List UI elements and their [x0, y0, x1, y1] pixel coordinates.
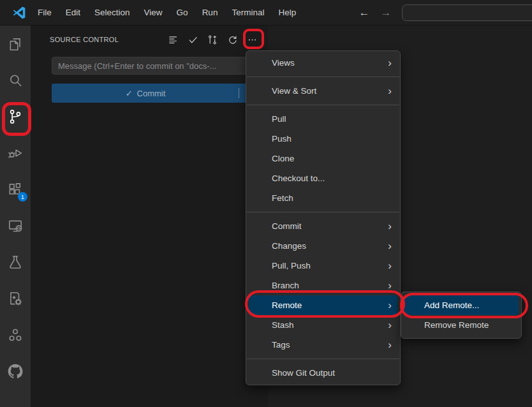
- search-input[interactable]: [402, 4, 532, 21]
- sidebar-header: SOURCE CONTROL: [31, 26, 268, 54]
- menu-separator: [247, 105, 399, 105]
- remote-submenu: Add Remote... Remove Remote: [401, 292, 522, 339]
- beaker-icon: [7, 254, 24, 270]
- refresh-icon: [227, 34, 238, 45]
- menu-item-push[interactable]: Push: [246, 129, 400, 149]
- chevron-right-icon: ›: [388, 300, 392, 311]
- cpp-tools-icon: [7, 290, 24, 307]
- menu-run[interactable]: Run: [195, 3, 225, 22]
- create-pull-request-button[interactable]: [206, 33, 219, 46]
- organization-icon: [7, 327, 24, 343]
- chevron-right-icon: ›: [388, 320, 392, 330]
- menu-file[interactable]: File: [31, 3, 59, 22]
- menu-item-stash[interactable]: Stash ›: [246, 315, 400, 335]
- menu-item-label: Stash: [272, 320, 294, 330]
- activity-run-and-debug[interactable]: [0, 135, 31, 171]
- menu-item-label: Views: [272, 58, 295, 68]
- activity-testing[interactable]: [0, 244, 31, 280]
- files-icon: [7, 36, 24, 52]
- menu-separator: [247, 77, 399, 77]
- menu-item-label: Fetch: [272, 193, 293, 203]
- search-icon: [7, 72, 24, 89]
- menu-separator: [247, 359, 399, 359]
- menu-item-commit[interactable]: Commit ›: [246, 216, 400, 236]
- menu-go[interactable]: Go: [170, 3, 195, 22]
- activity-github[interactable]: [0, 353, 31, 389]
- chevron-right-icon: ›: [388, 339, 392, 350]
- menu-item-views[interactable]: Views ›: [246, 53, 400, 73]
- menu-item-label: Pull: [272, 114, 286, 124]
- menu-item-show-git-output[interactable]: Show Git Output: [246, 363, 400, 383]
- check-icon: [188, 34, 198, 45]
- chevron-right-icon: ›: [388, 260, 392, 271]
- activity-bar: 1: [0, 26, 31, 407]
- git-pull-request-create-icon: [207, 34, 218, 45]
- menu-item-branch[interactable]: Branch ›: [246, 276, 400, 295]
- navigate-forward-icon[interactable]: →: [378, 0, 394, 26]
- menu-item-add-remote[interactable]: Add Remote...: [404, 295, 519, 315]
- menu-item-label: Branch: [272, 281, 299, 290]
- extensions-badge: 1: [18, 192, 27, 202]
- source-control-icon: [7, 108, 24, 125]
- commit-button-label: Commit: [137, 89, 166, 98]
- chevron-right-icon: ›: [388, 85, 392, 96]
- check-icon: ✓: [126, 89, 133, 98]
- menu-item-remove-remote[interactable]: Remove Remote: [401, 315, 521, 335]
- menu-item-label: Remove Remote: [424, 320, 489, 330]
- menu-item-label: Pull, Push: [272, 261, 311, 270]
- menu-item-pull[interactable]: Pull: [246, 109, 400, 129]
- menu-item-label: Show Git Output: [272, 368, 335, 378]
- menu-edit[interactable]: Edit: [59, 3, 87, 22]
- commit-message-input[interactable]: [52, 57, 263, 75]
- menu-help[interactable]: Help: [271, 3, 303, 22]
- navigate-back-icon[interactable]: ←: [356, 0, 373, 26]
- chevron-right-icon: ›: [388, 241, 392, 251]
- menu-item-label: Remote: [272, 300, 302, 310]
- menu-terminal[interactable]: Terminal: [225, 3, 271, 22]
- more-actions-icon: [247, 34, 258, 45]
- activity-organization[interactable]: [0, 316, 31, 353]
- activity-search[interactable]: [0, 62, 31, 98]
- menu-item-label: View & Sort: [272, 86, 316, 96]
- menu-item-checkout-to[interactable]: Checkout to...: [246, 168, 400, 188]
- menubar: File Edit Selection View Go Run Terminal…: [31, 3, 303, 22]
- menu-item-label: Tags: [272, 340, 290, 350]
- view-as-list-icon: [168, 34, 179, 45]
- commit-action-button[interactable]: [186, 33, 199, 46]
- sidebar-title: SOURCE CONTROL: [50, 36, 119, 43]
- source-control-sidebar: SOURCE CONTROL: [31, 26, 268, 407]
- menu-item-label: Changes: [272, 241, 306, 251]
- menu-view[interactable]: View: [137, 3, 170, 22]
- titlebar: File Edit Selection View Go Run Terminal…: [0, 0, 532, 26]
- chevron-right-icon: ›: [388, 280, 392, 291]
- menu-item-tags[interactable]: Tags ›: [246, 335, 400, 355]
- source-control-context-menu: Views › View & Sort › Pull Push Clone Ch…: [246, 50, 401, 385]
- activity-cpp-tools[interactable]: [0, 280, 31, 316]
- refresh-button[interactable]: [226, 33, 239, 46]
- commit-dropdown-divider: [239, 88, 239, 98]
- source-control-toolbar: [166, 33, 258, 46]
- activity-source-control[interactable]: [0, 98, 31, 135]
- commit-button[interactable]: ✓ Commit: [52, 84, 263, 103]
- github-icon: [7, 363, 24, 380]
- run-debug-icon: [7, 145, 24, 161]
- more-actions-button[interactable]: [246, 33, 258, 46]
- view-as-list-button[interactable]: [166, 33, 179, 46]
- menu-item-label: Commit: [272, 221, 302, 231]
- activity-remote-explorer[interactable]: [0, 207, 31, 244]
- chevron-right-icon: ›: [388, 221, 392, 232]
- vscode-logo-icon: [11, 5, 27, 20]
- menu-item-clone[interactable]: Clone: [246, 149, 400, 168]
- activity-explorer[interactable]: [0, 26, 31, 62]
- menu-item-label: Add Remote...: [424, 300, 479, 310]
- menu-separator: [247, 212, 399, 212]
- menu-item-pull-push[interactable]: Pull, Push ›: [246, 256, 400, 276]
- menu-item-view-and-sort[interactable]: View & Sort ›: [246, 81, 400, 101]
- menu-item-changes[interactable]: Changes ›: [246, 236, 400, 256]
- menu-item-label: Push: [272, 134, 292, 144]
- menu-item-fetch[interactable]: Fetch: [246, 188, 400, 208]
- chevron-right-icon: ›: [388, 57, 392, 68]
- menu-item-remote[interactable]: Remote ›: [249, 295, 397, 315]
- menu-selection[interactable]: Selection: [87, 3, 137, 22]
- activity-extensions[interactable]: 1: [0, 171, 31, 207]
